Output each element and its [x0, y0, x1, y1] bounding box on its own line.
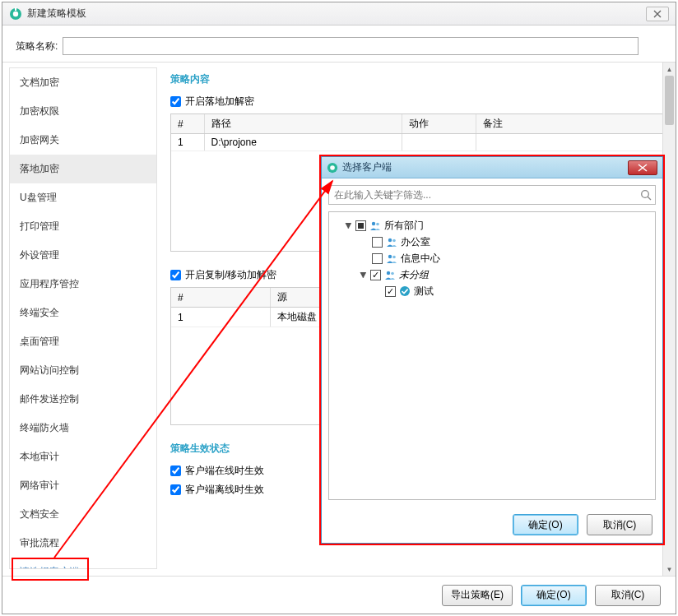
- svg-point-12: [388, 255, 392, 258]
- client-tree: ⯆ 所有部门 办公室 信息中心 ⯆ 未分组 测试: [328, 211, 656, 500]
- sub-app-icon: [327, 162, 338, 174]
- status-check-offline[interactable]: [170, 484, 181, 495]
- table-row[interactable]: 1 D:\projone: [171, 134, 668, 151]
- svg-point-15: [391, 272, 394, 276]
- users-icon: [369, 220, 381, 230]
- sidebar: 文档加密 加密权限 加密网关 落地加密 U盘管理 打印管理 外设管理 应用程序管…: [9, 67, 157, 569]
- sidebar-item-3[interactable]: 落地加密: [10, 155, 156, 183]
- svg-rect-2: [15, 7, 16, 11]
- globe-check-icon: [399, 285, 411, 297]
- svg-point-11: [392, 239, 396, 243]
- scroll-thumb[interactable]: [665, 76, 674, 125]
- tree-node-office[interactable]: 办公室: [332, 234, 652, 250]
- scroll-down-icon[interactable]: ▼: [663, 563, 676, 576]
- tree-node-infocenter[interactable]: 信息中心: [332, 250, 652, 266]
- sidebar-item-2[interactable]: 加密网关: [10, 126, 156, 155]
- t1-h1: 路径: [204, 114, 402, 134]
- status-check-offline-label: 客户端离线时生效: [185, 483, 264, 497]
- sub-search-input[interactable]: [328, 185, 656, 205]
- chevron-down-icon[interactable]: ⯆: [344, 221, 352, 229]
- users-icon: [386, 237, 397, 247]
- sidebar-item-13[interactable]: 本地审计: [10, 442, 156, 471]
- sidebar-item-9[interactable]: 桌面管理: [10, 327, 156, 356]
- main-footer: 导出策略(E) 确定(O) 取消(C): [2, 576, 676, 614]
- t2-h0: #: [171, 288, 271, 308]
- tree-test-label: 测试: [414, 285, 434, 299]
- export-policy-button[interactable]: 导出策略(E): [442, 585, 513, 606]
- window-title: 新建策略模板: [27, 7, 646, 21]
- section-content-title: 策略内容: [170, 72, 669, 86]
- tree-node-ungrouped[interactable]: ⯆ 未分组: [332, 266, 652, 283]
- tree-root-label: 所有部门: [384, 219, 424, 233]
- svg-point-8: [372, 222, 375, 225]
- sub-title-text: 选择客户端: [342, 160, 628, 174]
- svg-point-13: [392, 256, 396, 259]
- window-close-button[interactable]: [646, 7, 669, 21]
- svg-point-10: [388, 239, 392, 242]
- main-cancel-button[interactable]: 取消(C): [595, 585, 661, 606]
- check-landing[interactable]: [170, 96, 181, 107]
- sidebar-item-12[interactable]: 终端防火墙: [10, 414, 156, 442]
- chevron-down-icon[interactable]: ⯆: [359, 271, 367, 279]
- table1: # 路径 动作 备注 1 D:\projone: [171, 114, 668, 151]
- search-icon[interactable]: [640, 189, 652, 201]
- t1-h2: 动作: [402, 114, 476, 134]
- test-checkbox[interactable]: [385, 286, 396, 297]
- svg-point-1: [13, 11, 18, 16]
- sidebar-item-5[interactable]: 打印管理: [10, 212, 156, 241]
- sidebar-item-4[interactable]: U盘管理: [10, 183, 156, 212]
- svg-line-7: [648, 197, 651, 200]
- sub-cancel-button[interactable]: 取消(C): [587, 514, 652, 535]
- sidebar-item-6[interactable]: 外设管理: [10, 241, 156, 270]
- tree-node-root[interactable]: ⯆ 所有部门: [332, 217, 652, 234]
- sidebar-item-8[interactable]: 终端安全: [10, 299, 156, 327]
- policy-name-row: 策略名称:: [2, 25, 676, 62]
- t1-h3: 备注: [476, 114, 668, 134]
- svg-point-9: [376, 223, 379, 226]
- scroll-up-icon[interactable]: ▲: [663, 63, 676, 76]
- sidebar-item-0[interactable]: 文档加密: [10, 68, 156, 97]
- t1-r0c3: [476, 134, 668, 151]
- policy-name-input[interactable]: [63, 37, 639, 55]
- policy-name-label: 策略名称:: [16, 39, 58, 53]
- svg-point-14: [387, 271, 390, 275]
- annotation-link-highlight: [12, 558, 89, 581]
- titlebar: 新建策略模板: [2, 2, 676, 25]
- sub-close-button[interactable]: [628, 160, 657, 175]
- sidebar-item-16[interactable]: 审批流程: [10, 529, 156, 558]
- tree-office-label: 办公室: [401, 235, 430, 249]
- main-ok-button[interactable]: 确定(O): [521, 585, 587, 606]
- status-check-online[interactable]: [170, 465, 181, 476]
- t1-r0c2: [402, 134, 476, 151]
- svg-point-6: [642, 191, 649, 198]
- tree-infocenter-label: 信息中心: [401, 252, 440, 266]
- root-checkbox[interactable]: [355, 220, 366, 231]
- t2-r0c0: 1: [171, 308, 271, 327]
- sidebar-item-11[interactable]: 邮件发送控制: [10, 385, 156, 414]
- sub-titlebar: 选择客户端: [322, 157, 662, 178]
- svg-point-5: [330, 165, 335, 170]
- tree-node-test[interactable]: 测试: [332, 283, 652, 299]
- sidebar-item-7[interactable]: 应用程序管控: [10, 270, 156, 299]
- office-checkbox[interactable]: [372, 237, 383, 248]
- sidebar-item-14[interactable]: 网络审计: [10, 471, 156, 500]
- t1-r0c1: D:\projone: [204, 134, 402, 151]
- ungrouped-checkbox[interactable]: [370, 270, 381, 280]
- users-icon: [384, 270, 396, 280]
- sidebar-item-1[interactable]: 加密权限: [10, 97, 156, 126]
- infocenter-checkbox[interactable]: [372, 253, 383, 264]
- t1-r0c0: 1: [171, 134, 204, 151]
- check-copymove-label: 开启复制/移动加解密: [185, 268, 276, 282]
- users-icon: [386, 253, 397, 263]
- check-landing-label: 开启落地加解密: [185, 95, 254, 109]
- check-copymove[interactable]: [170, 270, 181, 280]
- sidebar-item-15[interactable]: 文档安全: [10, 500, 156, 529]
- sidebar-item-10[interactable]: 网站访问控制: [10, 356, 156, 385]
- check-landing-row: 开启落地加解密: [170, 95, 669, 109]
- sub-footer: 确定(O) 取消(C): [322, 507, 662, 543]
- tree-ungrouped-label: 未分组: [399, 268, 429, 282]
- sub-ok-button[interactable]: 确定(O): [513, 514, 578, 535]
- status-check-online-label: 客户端在线时生效: [185, 464, 264, 478]
- t1-h0: #: [171, 114, 204, 134]
- sub-search-row: [322, 178, 662, 211]
